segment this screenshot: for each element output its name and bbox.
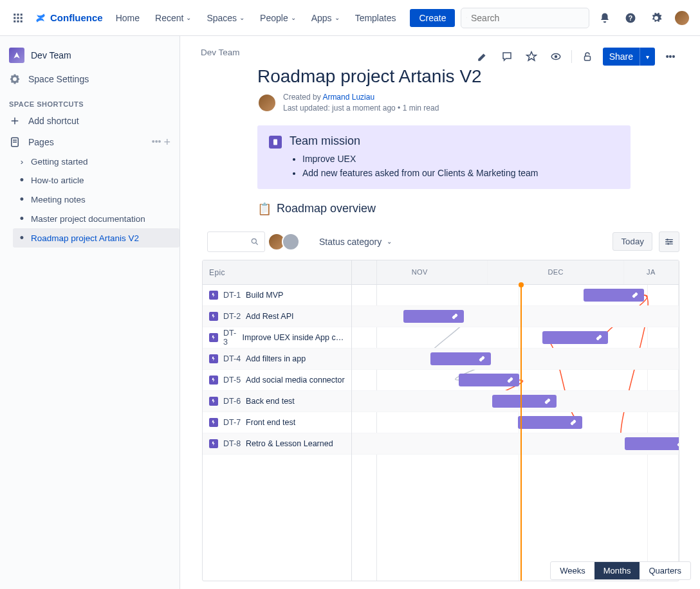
chevron-down-icon: ⌄ bbox=[335, 14, 340, 21]
app-switcher-icon[interactable] bbox=[8, 8, 28, 28]
comment-icon[interactable] bbox=[498, 48, 516, 66]
pages-heading[interactable]: Pages ••• + bbox=[0, 131, 180, 153]
chevron-down-icon: ⌄ bbox=[186, 14, 191, 21]
epic-name: Build MVP bbox=[246, 291, 283, 300]
nav-item-spaces[interactable]: Spaces⌄ bbox=[200, 9, 251, 27]
epic-name: Front end test bbox=[246, 418, 295, 427]
nav-item-templates[interactable]: Templates bbox=[349, 9, 403, 27]
epic-bar[interactable] bbox=[625, 437, 679, 450]
star-icon[interactable] bbox=[522, 48, 540, 66]
epic-type-icon bbox=[209, 439, 218, 448]
help-icon[interactable]: ? bbox=[620, 8, 641, 28]
chevron-down-icon: ⌄ bbox=[387, 238, 392, 245]
epic-row[interactable]: DT-1Build MVP bbox=[203, 285, 351, 306]
zoom-switch: Weeks Months Quarters bbox=[550, 561, 691, 580]
author-link[interactable]: Armand Luziau bbox=[322, 93, 374, 102]
epic-name: Retro & Lesson Learned bbox=[246, 439, 333, 448]
search-box[interactable] bbox=[461, 8, 589, 28]
zoom-weeks[interactable]: Weeks bbox=[551, 562, 594, 579]
bullet-icon: • bbox=[18, 213, 26, 224]
view-settings-button[interactable] bbox=[659, 231, 679, 252]
avatar-unassigned[interactable] bbox=[282, 233, 300, 251]
roadmap-search[interactable] bbox=[207, 231, 265, 252]
brand-logo[interactable]: Confluence bbox=[31, 12, 107, 24]
epic-row[interactable]: DT-2Add Rest API bbox=[203, 306, 351, 327]
link-icon bbox=[631, 291, 639, 299]
space-header[interactable]: Dev Team bbox=[0, 42, 180, 68]
link-icon bbox=[478, 355, 486, 363]
epic-row[interactable]: DT-3Improve UEX inside App configura... bbox=[203, 327, 351, 349]
epic-bar[interactable] bbox=[584, 289, 644, 302]
settings-icon[interactable] bbox=[646, 8, 667, 28]
chevron-down-icon: ⌄ bbox=[291, 14, 296, 21]
link-icon bbox=[544, 397, 551, 405]
tree-item[interactable]: •Roadmap project Artanis V2 bbox=[13, 228, 180, 248]
epic-row[interactable]: DT-8Retro & Lesson Learned bbox=[203, 433, 351, 455]
nav-item-home[interactable]: Home bbox=[109, 9, 146, 27]
epic-row[interactable]: DT-6Back end test bbox=[203, 391, 351, 412]
svg-rect-5 bbox=[21, 17, 23, 19]
share-button[interactable]: Share bbox=[603, 48, 640, 66]
share-dropdown[interactable]: ▾ bbox=[640, 48, 655, 66]
timeline-row bbox=[352, 433, 679, 455]
month-header: DEC bbox=[488, 260, 623, 284]
epic-type-icon bbox=[209, 333, 218, 342]
svg-line-21 bbox=[256, 242, 258, 244]
tree-item[interactable]: •Meeting notes bbox=[13, 190, 180, 209]
link-icon bbox=[569, 419, 577, 426]
epic-type-icon bbox=[209, 354, 218, 363]
today-button[interactable]: Today bbox=[612, 232, 652, 251]
svg-text:?: ? bbox=[629, 14, 632, 21]
create-button[interactable]: Create bbox=[410, 9, 455, 27]
tree-item[interactable]: •How-to article bbox=[13, 170, 180, 190]
pages-actions: ••• + bbox=[152, 136, 170, 148]
notifications-icon[interactable] bbox=[594, 8, 615, 28]
epic-bar[interactable] bbox=[459, 374, 519, 386]
watch-icon[interactable] bbox=[547, 48, 565, 66]
author-avatar[interactable] bbox=[257, 93, 277, 113]
epic-bar[interactable] bbox=[492, 395, 557, 408]
gear-icon bbox=[9, 73, 21, 85]
tree-label: Meeting notes bbox=[31, 195, 86, 204]
tree-label: Roadmap project Artanis V2 bbox=[31, 233, 139, 243]
add-page-icon[interactable]: + bbox=[163, 136, 170, 148]
link-icon bbox=[595, 334, 603, 341]
space-settings-label: Space Settings bbox=[28, 74, 89, 84]
timeline-row bbox=[352, 370, 679, 391]
status-category-dropdown[interactable]: Status category ⌄ bbox=[313, 233, 398, 251]
profile-avatar[interactable] bbox=[672, 8, 692, 28]
plus-icon bbox=[9, 115, 21, 127]
epic-bar[interactable] bbox=[542, 331, 608, 344]
pages-label: Pages bbox=[28, 137, 54, 147]
timeline-row bbox=[352, 306, 679, 327]
nav-item-apps[interactable]: Apps⌄ bbox=[305, 9, 346, 27]
panel-icon bbox=[269, 136, 282, 149]
zoom-months[interactable]: Months bbox=[594, 562, 640, 579]
nav-item-recent[interactable]: Recent⌄ bbox=[149, 9, 198, 27]
space-settings-link[interactable]: Space Settings bbox=[0, 68, 180, 90]
assignee-filter[interactable] bbox=[272, 233, 300, 251]
edit-icon[interactable] bbox=[474, 48, 492, 66]
add-shortcut-link[interactable]: Add shortcut bbox=[0, 111, 180, 131]
epic-bar[interactable] bbox=[403, 310, 464, 323]
epic-row[interactable]: DT-5Add social media connector bbox=[203, 370, 351, 391]
tree-item[interactable]: •Master project documentation bbox=[13, 209, 180, 228]
restrictions-icon[interactable] bbox=[578, 48, 596, 66]
zoom-quarters[interactable]: Quarters bbox=[640, 562, 690, 579]
svg-rect-19 bbox=[273, 139, 277, 145]
more-actions-icon[interactable]: ••• bbox=[661, 48, 679, 66]
svg-rect-0 bbox=[14, 14, 15, 15]
epic-bar[interactable] bbox=[430, 352, 491, 365]
epic-type-icon bbox=[209, 312, 218, 321]
divider bbox=[571, 50, 572, 63]
search-input[interactable] bbox=[471, 13, 584, 23]
epic-name: Back end test bbox=[246, 397, 295, 406]
tree-item[interactable]: ›Getting started bbox=[13, 153, 180, 170]
epic-bar[interactable] bbox=[518, 416, 582, 429]
nav-item-people[interactable]: People⌄ bbox=[253, 9, 302, 27]
search-icon bbox=[466, 13, 467, 23]
epic-row[interactable]: DT-7Front end test bbox=[203, 412, 351, 433]
space-name: Dev Team bbox=[31, 50, 71, 60]
more-icon[interactable]: ••• bbox=[152, 136, 161, 148]
epic-row[interactable]: DT-4Add filters in app bbox=[203, 349, 351, 370]
